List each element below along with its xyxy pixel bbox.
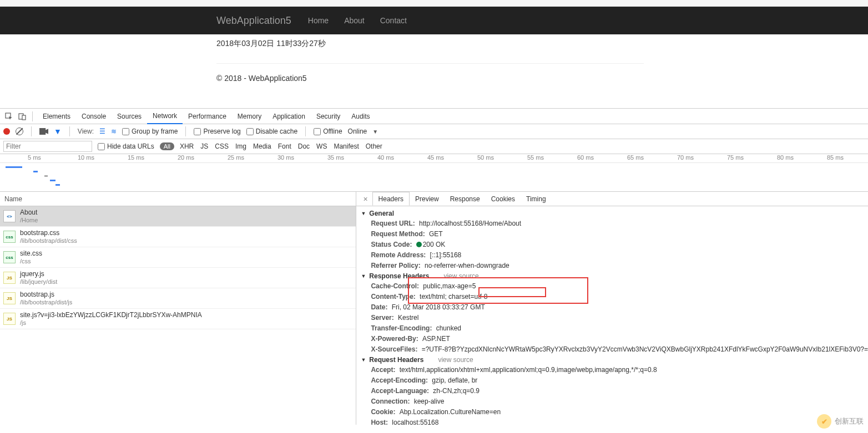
general-title: General	[369, 210, 394, 217]
devtools-tab-audits[interactable]: Audits	[346, 109, 375, 124]
devtools-panel: ElementsConsoleSourcesNetworkPerformance…	[0, 108, 868, 425]
page-timestamp: 2018年03月02日 11时33分27秒	[216, 39, 868, 49]
devtools-tabbar: ElementsConsoleSourcesNetworkPerformance…	[0, 109, 868, 124]
disable-cache-checkbox[interactable]: Disable cache	[246, 128, 297, 135]
header-value: public,max-age=5	[423, 282, 476, 290]
timeline-waterfall	[0, 163, 868, 192]
throttling-select[interactable]: Online	[348, 128, 367, 135]
request-detail-pane: × HeadersPreviewResponseCookiesTiming ▼G…	[356, 192, 868, 425]
watermark-badge-icon: ✔	[817, 414, 831, 425]
timeline-tick: 25 ms	[228, 154, 244, 161]
network-toolbar: ▼ View: ☰ ≋ Group by frame Preserve log …	[0, 124, 868, 139]
preserve-log-checkbox[interactable]: Preserve log	[194, 128, 240, 135]
filter-all[interactable]: All	[160, 142, 174, 150]
waterfall-icon[interactable]: ≋	[111, 128, 117, 135]
view-label: View:	[78, 128, 94, 135]
filter-type-css[interactable]: CSS	[215, 142, 229, 150]
filter-type-font[interactable]: Font	[278, 142, 291, 150]
filter-type-manifest[interactable]: Manifest	[334, 142, 359, 150]
nav-contact[interactable]: Contact	[380, 16, 407, 25]
view-source-link[interactable]: view source	[443, 272, 478, 280]
offline-checkbox[interactable]: Offline	[314, 128, 342, 135]
filter-type-xhr[interactable]: XHR	[180, 142, 194, 150]
watermark: ✔ 创新互联	[817, 414, 864, 425]
header-entry: Accept-Language: zh-CN,zh;q=0.9	[356, 386, 868, 396]
header-entry: Date: Fri, 02 Mar 2018 03:33:27 GMT	[356, 302, 868, 313]
detail-tab-headers[interactable]: Headers	[372, 192, 410, 206]
offline-label: Offline	[323, 128, 342, 135]
request-path: /lib/jquery/dist	[20, 278, 57, 286]
general-section-header[interactable]: ▼General	[356, 208, 868, 218]
header-value: keep-alive	[414, 398, 445, 405]
devtools-tab-application[interactable]: Application	[267, 109, 311, 124]
header-key: Content-Type:	[371, 293, 415, 300]
name-column-header[interactable]: Name	[0, 192, 356, 206]
devtools-tab-security[interactable]: Security	[311, 109, 346, 124]
devtools-tab-sources[interactable]: Sources	[112, 109, 147, 124]
request-row[interactable]: JSsite.js?v=ji3-lxbEzYWjzzLCGkF1KDjrT2jL…	[0, 309, 356, 329]
filter-type-img[interactable]: Img	[235, 142, 246, 150]
timeline-tick: 65 ms	[627, 154, 644, 161]
headers-body: ▼General Request URL: http://localhost:5…	[356, 206, 868, 425]
clear-button[interactable]	[16, 128, 23, 135]
header-entry: Referrer Policy: no-referrer-when-downgr…	[356, 261, 868, 271]
filter-type-doc[interactable]: Doc	[298, 142, 310, 150]
request-row[interactable]: <>About/Home	[0, 206, 356, 227]
request-headers-section-header[interactable]: ▼Request Headersview source	[356, 355, 868, 365]
detail-tab-response[interactable]: Response	[445, 192, 486, 206]
request-row[interactable]: JSjquery.js/lib/jquery/dist	[0, 268, 356, 288]
devtools-tab-network[interactable]: Network	[147, 109, 183, 124]
separator	[31, 126, 32, 136]
request-name: bootstrap.css	[20, 229, 77, 237]
detail-tab-preview[interactable]: Preview	[410, 192, 445, 206]
nav-about[interactable]: About	[344, 16, 365, 25]
filter-type-media[interactable]: Media	[253, 142, 271, 150]
navbar-brand[interactable]: WebApplication5	[216, 15, 291, 27]
devtools-tab-performance[interactable]: Performance	[183, 109, 232, 124]
js-file-icon: JS	[3, 313, 16, 325]
timeline-tick: 45 ms	[427, 154, 444, 161]
capture-screenshot-icon[interactable]	[39, 128, 48, 135]
request-text: bootstrap.css/lib/bootstrap/dist/css	[20, 229, 77, 244]
request-row[interactable]: cssbootstrap.css/lib/bootstrap/dist/css	[0, 227, 356, 247]
view-source-link[interactable]: view source	[438, 356, 473, 364]
devtools-tab-elements[interactable]: Elements	[37, 109, 76, 124]
timeline-tick: 10 ms	[78, 154, 94, 161]
request-name: About	[20, 208, 38, 216]
header-entry: Host: localhost:55168	[356, 417, 868, 425]
devtools-tab-console[interactable]: Console	[76, 109, 112, 124]
nav-home[interactable]: Home	[308, 16, 329, 25]
large-rows-icon[interactable]: ☰	[99, 128, 105, 135]
request-row[interactable]: JSbootstrap.js/lib/bootstrap/dist/js	[0, 288, 356, 309]
chevron-down-icon[interactable]: ▼	[372, 129, 378, 135]
filter-icon[interactable]: ▼	[54, 127, 62, 136]
filter-type-other[interactable]: Other	[366, 142, 382, 150]
network-main: Name <>About/Homecssbootstrap.css/lib/bo…	[0, 192, 868, 425]
inspect-icon[interactable]	[3, 111, 14, 122]
header-key: Cache-Control:	[371, 282, 419, 290]
header-entry: Accept: text/html,application/xhtml+xml,…	[356, 365, 868, 375]
request-row[interactable]: csssite.css/css	[0, 247, 356, 268]
filter-input[interactable]	[3, 141, 92, 152]
page-footer: © 2018 - WebApplication5	[216, 74, 868, 83]
timeline-tick: 55 ms	[527, 154, 544, 161]
detail-tab-cookies[interactable]: Cookies	[486, 192, 521, 206]
request-name: site.js?v=ji3-lxbEzYWjzzLCGkF1KDjrT2jLbb…	[20, 311, 202, 319]
filter-type-ws[interactable]: WS	[316, 142, 327, 150]
filter-type-js[interactable]: JS	[200, 142, 208, 150]
group-by-frame-checkbox[interactable]: Group by frame	[122, 128, 178, 135]
header-value: gzip, deflate, br	[432, 376, 477, 384]
detail-tab-timing[interactable]: Timing	[521, 192, 552, 206]
network-timeline[interactable]: 5 ms10 ms15 ms20 ms25 ms30 ms35 ms40 ms4…	[0, 154, 868, 192]
timeline-tick: 35 ms	[327, 154, 344, 161]
devtools-tab-memory[interactable]: Memory	[232, 109, 267, 124]
close-icon[interactable]: ×	[359, 195, 372, 203]
device-icon[interactable]	[17, 111, 28, 122]
record-button[interactable]	[3, 128, 10, 135]
timeline-tick: 30 ms	[277, 154, 294, 161]
hide-data-urls-label: Hide data URLs	[107, 142, 154, 150]
timeline-tick: 20 ms	[178, 154, 194, 161]
response-headers-section-header[interactable]: ▼Response Headersview source	[356, 271, 868, 281]
hide-data-urls-checkbox[interactable]: Hide data URLs	[98, 142, 154, 150]
request-text: site.js?v=ji3-lxbEzYWjzzLCGkF1KDjrT2jLbb…	[20, 311, 202, 327]
